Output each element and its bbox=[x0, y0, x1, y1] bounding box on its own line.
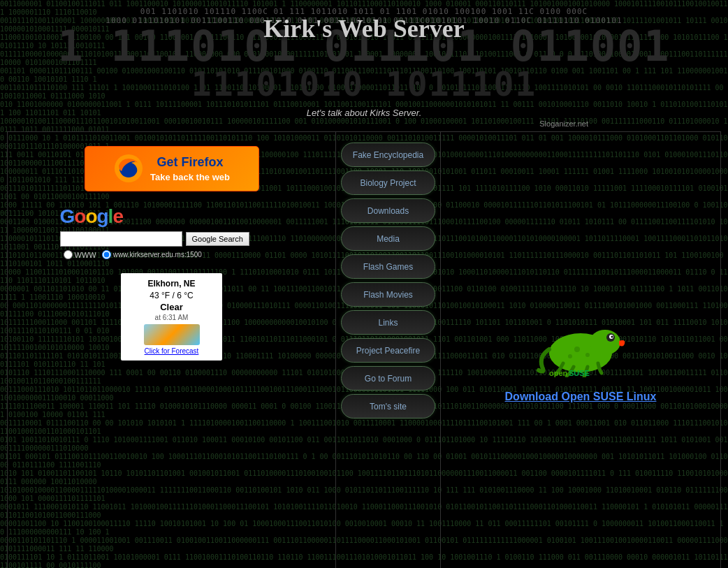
right-panel: open SUSE Download Open SUSE Linux bbox=[441, 132, 720, 568]
slogan-text: Let's talk about Kirks Server. bbox=[0, 108, 728, 118]
firefox-text: Get Firefox Take back the web bbox=[150, 154, 230, 184]
nav-media[interactable]: Media bbox=[341, 226, 435, 251]
nav-project-peacefire[interactable]: Project Peacefire bbox=[341, 338, 435, 363]
radio-kirkserver[interactable]: www.kirkserver.edu.ms:1500 bbox=[102, 250, 202, 259]
svg-point-8 bbox=[585, 353, 590, 357]
opensuse-chameleon-svg: open SUSE bbox=[535, 314, 626, 377]
nav-flash-games[interactable]: Flash Games bbox=[341, 254, 435, 279]
google-row: Google bbox=[60, 205, 123, 228]
weather-condition: Clear bbox=[126, 302, 217, 312]
firefox-icon bbox=[113, 153, 145, 184]
nav-go-to-forum[interactable]: Go to Forum bbox=[341, 366, 435, 391]
search-row: Google Search bbox=[60, 231, 249, 247]
weather-temp: 43 °F / 6 °C bbox=[126, 291, 217, 300]
big-binary2: 11101010 1011101 bbox=[0, 67, 728, 101]
left-panel: Get Firefox Take back the web Google Goo… bbox=[8, 132, 336, 568]
svg-point-6 bbox=[611, 335, 613, 337]
weather-widget[interactable]: Elkhorn, NE 43 °F / 6 °C Clear at 6:31 A… bbox=[121, 273, 222, 361]
google-search-input[interactable] bbox=[60, 231, 182, 247]
svg-point-3 bbox=[590, 330, 620, 355]
weather-forecast-link[interactable]: Click for Forecast bbox=[126, 347, 217, 355]
slogan-area: Let's talk about Kirks Server. bbox=[0, 104, 728, 119]
center-nav: Fake Encyclopedia Biology Project Downlo… bbox=[336, 132, 441, 568]
sloganizer-credit: Sloganizer.net bbox=[0, 119, 728, 128]
weather-image bbox=[144, 324, 200, 345]
nav-flash-movies[interactable]: Flash Movies bbox=[341, 282, 435, 307]
site-title: Kirk's Web Server bbox=[263, 14, 464, 43]
svg-text:open: open bbox=[549, 369, 568, 377]
nav-downloads[interactable]: Downloads bbox=[341, 198, 435, 223]
weather-time: at 6:31 AM bbox=[126, 314, 217, 321]
svg-point-7 bbox=[574, 347, 580, 352]
nav-biology-project[interactable]: Biology Project bbox=[341, 170, 435, 195]
nav-links[interactable]: Links bbox=[341, 310, 435, 335]
download-opensuse-link[interactable]: Download Open SUSE Linux bbox=[505, 391, 657, 403]
opensuse-logo-container: open SUSE bbox=[535, 314, 626, 380]
google-section: Google Google Search WWW www.kirkserver.… bbox=[60, 205, 284, 259]
google-logo: Google bbox=[60, 205, 123, 228]
radio-kirkserver-input[interactable] bbox=[102, 250, 111, 259]
svg-point-9 bbox=[568, 354, 572, 358]
main-layout: Get Firefox Take back the web Google Goo… bbox=[7, 131, 721, 568]
radio-www[interactable]: WWW bbox=[64, 250, 96, 259]
nav-toms-site[interactable]: Tom's site bbox=[341, 394, 435, 418]
radio-row: WWW www.kirkserver.edu.ms:1500 bbox=[64, 250, 202, 259]
google-search-button[interactable]: Google Search bbox=[186, 232, 249, 246]
radio-www-input[interactable] bbox=[64, 250, 73, 259]
header: 001 1101010 101110 1100C 01 111 1011010 … bbox=[0, 0, 728, 104]
nav-fake-encyclopedia[interactable]: Fake Encyclopedia bbox=[341, 143, 435, 167]
svg-text:SUSE: SUSE bbox=[569, 369, 590, 377]
firefox-banner[interactable]: Get Firefox Take back the web bbox=[85, 146, 259, 191]
weather-city: Elkhorn, NE bbox=[126, 279, 217, 289]
